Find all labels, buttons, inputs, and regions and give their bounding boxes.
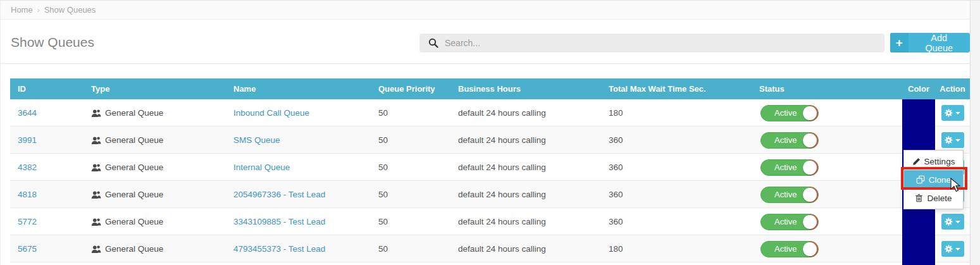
breadcrumb: Home › Show Queues bbox=[1, 1, 970, 20]
toggle-knob[interactable] bbox=[803, 161, 817, 175]
status-label: Active bbox=[774, 244, 797, 254]
table-row: 3991 General Queue SMS Queue 50 default … bbox=[10, 126, 970, 154]
max-wait-time: 180 bbox=[601, 244, 752, 254]
caret-down-icon bbox=[955, 221, 960, 223]
page-title: Show Queues bbox=[11, 35, 94, 50]
users-icon bbox=[91, 109, 101, 118]
status-label: Active bbox=[774, 163, 797, 172]
business-hours: default 24 hours calling bbox=[450, 217, 601, 226]
status-toggle[interactable]: Active bbox=[760, 159, 819, 176]
table-row: 3644 General Queue Inbound Call Queue 50… bbox=[10, 99, 970, 126]
business-hours: default 24 hours calling bbox=[450, 163, 601, 172]
queue-name-link[interactable]: 2054967336 - Test Lead bbox=[233, 190, 325, 199]
caret-down-icon bbox=[955, 248, 960, 250]
table-row: 5675 General Queue 4793455373 - Test Lea… bbox=[10, 235, 970, 262]
queue-priority: 50 bbox=[371, 108, 450, 118]
column-header-priority: Queue Priority bbox=[371, 84, 450, 94]
trash-icon bbox=[915, 194, 923, 202]
column-header-business-hours: Business Hours bbox=[450, 84, 601, 94]
toggle-knob[interactable] bbox=[803, 106, 817, 120]
menu-item-delete[interactable]: Delete bbox=[904, 189, 963, 207]
queue-id-link[interactable]: 4382 bbox=[18, 163, 37, 172]
queue-type: General Queue bbox=[84, 135, 226, 145]
queue-id-link[interactable]: 3991 bbox=[18, 135, 37, 145]
color-swatch bbox=[902, 208, 935, 236]
menu-item-clone[interactable]: Clone bbox=[904, 170, 963, 189]
max-wait-time: 360 bbox=[601, 217, 752, 226]
gear-icon bbox=[945, 109, 953, 117]
row-actions-menu: Settings Clone Delete bbox=[903, 150, 964, 209]
pencil-icon bbox=[912, 157, 921, 166]
row-actions-button[interactable] bbox=[941, 241, 964, 257]
queues-table: ID Type Name Queue Priority Business Hou… bbox=[10, 78, 970, 265]
toggle-knob[interactable] bbox=[803, 242, 817, 256]
color-swatch bbox=[902, 235, 935, 263]
queue-type: General Queue bbox=[84, 163, 226, 172]
queue-type: General Queue bbox=[84, 244, 226, 254]
row-actions-button[interactable] bbox=[941, 105, 964, 121]
max-wait-time: 360 bbox=[601, 135, 752, 145]
queue-name-link[interactable]: Inbound Call Queue bbox=[233, 108, 309, 118]
queue-priority: 50 bbox=[371, 244, 450, 254]
queue-priority: 50 bbox=[371, 135, 450, 145]
queue-id-link[interactable]: 3644 bbox=[18, 108, 37, 118]
queue-id-link[interactable]: 4818 bbox=[18, 190, 37, 199]
status-toggle[interactable]: Active bbox=[760, 132, 819, 149]
queue-type: General Queue bbox=[84, 108, 226, 118]
clone-icon bbox=[916, 175, 925, 184]
search-icon bbox=[428, 38, 438, 48]
business-hours: default 24 hours calling bbox=[450, 135, 601, 145]
queue-name-link[interactable]: Internal Queue bbox=[233, 163, 290, 172]
column-header-color: Color bbox=[902, 84, 935, 94]
table-row: 5772 General Queue 3343109885 - Test Lea… bbox=[10, 208, 970, 235]
caret-down-icon bbox=[955, 112, 960, 114]
table-body: 3644 General Queue Inbound Call Queue 50… bbox=[10, 99, 970, 262]
column-header-status: Status bbox=[752, 84, 902, 94]
queue-name-link[interactable]: 4793455373 - Test Lead bbox=[233, 244, 325, 254]
status-toggle[interactable]: Active bbox=[760, 214, 819, 230]
breadcrumb-separator-icon: › bbox=[37, 6, 40, 15]
max-wait-time: 180 bbox=[601, 108, 752, 118]
queue-id-link[interactable]: 5772 bbox=[18, 217, 37, 226]
status-toggle[interactable]: Active bbox=[760, 105, 819, 121]
gear-icon bbox=[945, 245, 953, 253]
column-header-type: Type bbox=[84, 84, 226, 94]
toggle-knob[interactable] bbox=[803, 215, 817, 229]
queue-priority: 50 bbox=[371, 190, 450, 199]
queue-id-link[interactable]: 5675 bbox=[18, 244, 37, 254]
breadcrumb-current: Show Queues bbox=[44, 5, 96, 15]
row-actions-button[interactable] bbox=[941, 214, 964, 230]
queue-type: General Queue bbox=[84, 217, 226, 226]
row-actions-button[interactable] bbox=[941, 132, 964, 148]
table-row-partial bbox=[10, 262, 970, 265]
queue-priority: 50 bbox=[371, 217, 450, 226]
max-wait-time: 360 bbox=[601, 163, 752, 172]
business-hours: default 24 hours calling bbox=[450, 190, 601, 199]
toggle-knob[interactable] bbox=[803, 133, 817, 147]
users-icon bbox=[91, 218, 101, 226]
business-hours: default 24 hours calling bbox=[450, 108, 601, 118]
toggle-knob[interactable] bbox=[803, 188, 817, 202]
table-header-row: ID Type Name Queue Priority Business Hou… bbox=[10, 78, 970, 99]
color-swatch bbox=[902, 262, 935, 265]
status-label: Active bbox=[774, 217, 797, 226]
status-toggle[interactable]: Active bbox=[760, 241, 819, 257]
add-queue-button[interactable]: + Add Queue bbox=[890, 33, 970, 52]
gear-icon bbox=[945, 136, 953, 144]
gear-icon bbox=[945, 218, 953, 226]
max-wait-time: 360 bbox=[601, 190, 752, 199]
search-input[interactable] bbox=[445, 38, 884, 48]
table-row: 4818 General Queue 2054967336 - Test Lea… bbox=[10, 181, 970, 208]
page-header: Show Queues + Add Queue bbox=[1, 20, 970, 64]
queue-type: General Queue bbox=[84, 190, 226, 199]
queue-name-link[interactable]: SMS Queue bbox=[233, 135, 280, 145]
status-toggle[interactable]: Active bbox=[760, 187, 819, 203]
breadcrumb-home-link[interactable]: Home bbox=[11, 5, 33, 15]
screenshot-frame: Home › Show Queues Show Queues + Add Que… bbox=[0, 0, 980, 265]
column-header-max-wait: Total Max Wait Time Sec. bbox=[601, 84, 752, 94]
queue-priority: 50 bbox=[371, 163, 450, 172]
queue-name-link[interactable]: 3343109885 - Test Lead bbox=[233, 217, 325, 226]
menu-item-settings[interactable]: Settings bbox=[904, 152, 963, 170]
caret-down-icon bbox=[955, 139, 960, 142]
users-icon bbox=[91, 163, 101, 172]
